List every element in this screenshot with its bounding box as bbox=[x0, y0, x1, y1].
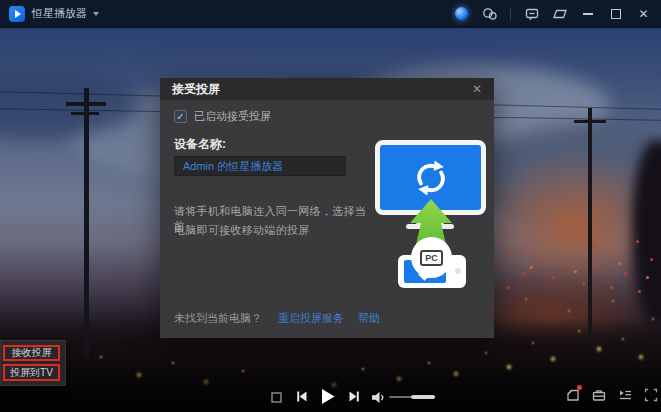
telephone-pole bbox=[588, 108, 592, 338]
close-icon: ✕ bbox=[638, 8, 648, 20]
previous-button[interactable] bbox=[295, 390, 308, 403]
toolbox-icon bbox=[592, 388, 606, 402]
titlebar: 恒星播放器 ✕ bbox=[0, 0, 661, 28]
update-button[interactable] bbox=[566, 388, 580, 402]
playlist-button[interactable] bbox=[618, 388, 632, 402]
playlist-icon bbox=[618, 388, 632, 402]
restart-cast-service-link[interactable]: 重启投屏服务 bbox=[278, 311, 344, 326]
notification-badge bbox=[577, 385, 582, 390]
play-icon bbox=[320, 388, 336, 405]
cast-menu: 接收投屏 投屏到TV bbox=[0, 340, 66, 386]
feedback-icon[interactable] bbox=[524, 6, 539, 21]
device-name-input[interactable] bbox=[174, 156, 346, 176]
volume-button[interactable] bbox=[371, 391, 387, 404]
app-title: 恒星播放器 bbox=[32, 6, 87, 21]
menu-item-receive-cast[interactable]: 接收投屏 bbox=[3, 345, 60, 361]
app-logo-icon[interactable] bbox=[9, 6, 25, 22]
minimize-button[interactable] bbox=[580, 6, 595, 21]
instructions-line2: 电脑即可接收移动端的投屏 bbox=[174, 223, 374, 238]
next-button[interactable] bbox=[348, 390, 361, 403]
dialog-footer: 未找到当前电脑？ 重启投屏服务 帮助 bbox=[174, 311, 380, 326]
theme-icon[interactable] bbox=[482, 6, 497, 21]
checkbox-checked[interactable]: ✓ bbox=[174, 110, 187, 123]
maximize-button[interactable] bbox=[608, 6, 623, 21]
toolbox-button[interactable] bbox=[592, 388, 606, 402]
titlebar-actions: ✕ bbox=[454, 6, 651, 21]
avatar-icon bbox=[455, 7, 468, 20]
stop-icon bbox=[271, 392, 282, 403]
play-logo-glyph bbox=[15, 10, 21, 18]
accept-cast-checkbox-row[interactable]: ✓ 已启动接受投屏 bbox=[174, 109, 271, 124]
pc-badge: PC bbox=[411, 237, 452, 278]
device-name-label: 设备名称: bbox=[174, 136, 226, 153]
dialog-title: 接受投屏 bbox=[172, 81, 220, 98]
update-icon bbox=[566, 388, 580, 402]
pole-crossarm bbox=[71, 112, 99, 115]
check-icon: ✓ bbox=[176, 112, 184, 122]
phone-button bbox=[455, 268, 461, 274]
chevron-down-icon[interactable] bbox=[93, 12, 99, 16]
maximize-icon bbox=[611, 9, 621, 19]
user-avatar[interactable] bbox=[454, 6, 469, 21]
pc-chip: PC bbox=[420, 250, 443, 266]
accept-cast-dialog: 接受投屏 ✕ ✓ 已启动接受投屏 设备名称: 请将手机和电脑连入同一网络，选择当… bbox=[160, 78, 494, 338]
pole-crossarm bbox=[66, 102, 106, 106]
titlebar-separator bbox=[510, 8, 511, 20]
minimize-icon bbox=[583, 13, 593, 15]
close-button[interactable]: ✕ bbox=[636, 6, 651, 21]
mini-mode-icon[interactable] bbox=[552, 6, 567, 21]
previous-icon bbox=[295, 390, 308, 403]
not-found-question: 未找到当前电脑？ bbox=[174, 311, 262, 326]
play-button[interactable] bbox=[320, 388, 336, 405]
menu-item-cast-to-tv[interactable]: 投屏到TV bbox=[3, 364, 60, 381]
app-window: 恒星播放器 ✕ bbox=[0, 0, 661, 412]
volume-slider-fill bbox=[411, 395, 435, 399]
dialog-header: 接受投屏 ✕ bbox=[160, 78, 494, 100]
stop-button[interactable] bbox=[271, 392, 282, 403]
telephone-pole bbox=[84, 88, 89, 358]
fullscreen-icon bbox=[644, 388, 658, 402]
help-link[interactable]: 帮助 bbox=[358, 311, 380, 326]
dialog-close-button[interactable]: ✕ bbox=[472, 83, 482, 95]
volume-icon bbox=[371, 391, 387, 404]
fullscreen-button[interactable] bbox=[644, 388, 658, 402]
pole-crossarm bbox=[574, 120, 606, 123]
bottom-strip bbox=[0, 405, 661, 412]
checkbox-label: 已启动接受投屏 bbox=[194, 109, 271, 124]
next-icon bbox=[348, 390, 361, 403]
sync-icon bbox=[409, 156, 453, 200]
